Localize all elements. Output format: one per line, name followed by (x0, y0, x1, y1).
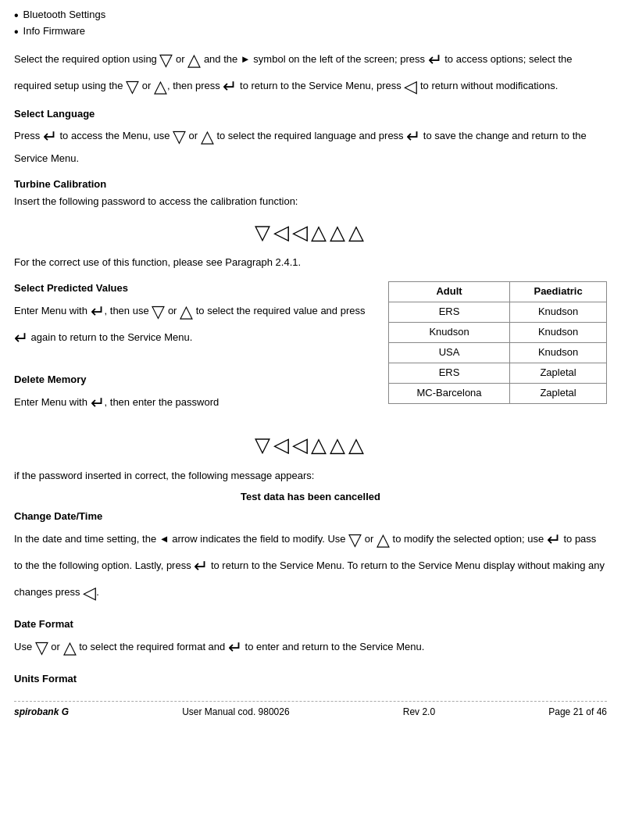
section-title-delete: Delete Memory (14, 373, 376, 388)
section-turbine-calibration: Turbine Calibration Insert the following… (14, 177, 607, 271)
values-table-container: Adult Paediatric ERSKnudsonKnudsonKnudso… (388, 281, 607, 423)
enter-icon-2: ↵ (223, 73, 237, 100)
up-arrow-df: △ (63, 634, 77, 661)
up-arrow-dt: △ (377, 527, 390, 553)
password-symbols-1: ▽◁◁△△△ (14, 218, 607, 248)
table-cell: Zapletal (510, 363, 607, 383)
footer-rev: Rev 2.0 (403, 706, 435, 719)
enter-icon-dt2: ↵ (194, 553, 208, 580)
up-arrow-lang: △ (201, 123, 214, 150)
section-title-language: Select Language (14, 107, 607, 122)
table-cell: ERS (389, 302, 510, 323)
down-arrow-dt: ▽ (348, 527, 362, 553)
section-title-predicted: Select Predicted Values (14, 281, 376, 296)
section-body-datetime: In the date and time setting, the ◄ arro… (14, 527, 607, 606)
section-body-language: Press ↵ to access the Menu, use ▽ or △ t… (14, 123, 607, 166)
down-arrow-df: ▽ (35, 634, 48, 661)
table-cell: Knudson (389, 323, 510, 343)
section-title-dateformat: Date Format (14, 617, 607, 632)
bullet-text-firmware: Info Firmware (23, 24, 85, 39)
enter-icon-pred: ↵ (91, 298, 105, 325)
table-cell: ERS (389, 363, 510, 383)
enter-icon-dt: ↵ (547, 527, 561, 553)
section-title-turbine: Turbine Calibration (14, 177, 607, 192)
section-body-delete-2: if the password inserted in correct, the… (14, 468, 607, 484)
down-arrow-icon: ▽ (159, 47, 173, 73)
table-cell: MC-Barcelona (389, 383, 510, 403)
table-cell: Zapletal (510, 383, 607, 403)
down-arrow-pred: ▽ (152, 298, 165, 325)
left-arrow-icon: ◁ (404, 73, 417, 100)
table-cell: USA (389, 342, 510, 363)
table-cell: Knudson (510, 323, 607, 343)
select-predicted-left: Select Predicted Values Enter Menu with … (14, 281, 376, 423)
bullet-text-bluetooth: Bluetooth Settings (23, 8, 106, 23)
footer-brand: spirobank G (14, 706, 69, 719)
section-title-unitsformat: Units Format (14, 672, 607, 687)
footer-page: Page 21 of 46 (548, 706, 607, 719)
password-symbols-2: ▽◁◁△△△ (14, 431, 607, 460)
enter-icon-lang: ↵ (43, 123, 57, 150)
section-select-language: Select Language Press ↵ to access the Me… (14, 107, 607, 166)
values-table: Adult Paediatric ERSKnudsonKnudsonKnudso… (388, 281, 607, 403)
table-row: MC-BarcelonaZapletal (389, 383, 607, 403)
up-arrow-icon: △ (187, 47, 201, 73)
bullet-dot-2: • (14, 24, 19, 39)
section-body-delete: Enter Menu with ↵, then enter the passwo… (14, 390, 376, 416)
table-header-paediatric: Paediatric (510, 282, 607, 302)
table-cell: Knudson (510, 342, 607, 363)
test-cancel-message: Test data has been cancelled (14, 490, 607, 505)
section-title-datetime: Change Date/Time (14, 509, 607, 524)
footer-manual: User Manual cod. 980026 (182, 706, 289, 719)
section-datetime: Change Date/Time In the date and time se… (14, 509, 607, 606)
section-units-format: Units Format (14, 672, 607, 687)
enter-icon-lang2: ↵ (406, 123, 420, 150)
enter-icon-df: ↵ (228, 634, 242, 661)
section-paragraph2-turbine: For the correct use of this function, pl… (14, 255, 607, 270)
down-arrow-lang: ▽ (173, 123, 186, 150)
table-row: KnudsonKnudson (389, 323, 607, 343)
footer: spirobank G User Manual cod. 980026 Rev … (14, 701, 607, 719)
section-body-predicted: Enter Menu with ↵, then use ▽ or △ to se… (14, 298, 376, 352)
table-header-adult: Adult (389, 282, 510, 302)
bullet-item-bluetooth: • Bluetooth Settings (14, 8, 607, 23)
left-arrow-dt: ◁ (83, 580, 96, 606)
enter-icon: ↵ (428, 47, 442, 73)
table-row: USAKnudson (389, 342, 607, 363)
section-body-dateformat: Use ▽ or △ to select the required format… (14, 634, 607, 661)
enter-icon-pred2: ↵ (14, 325, 28, 352)
table-cell: Knudson (510, 302, 607, 323)
table-row: ERSKnudson (389, 302, 607, 323)
enter-icon-del: ↵ (91, 390, 105, 416)
bullet-item-firmware: • Info Firmware (14, 24, 607, 39)
down-arrow-icon-2: ▽ (126, 73, 139, 100)
bullet-dot: • (14, 8, 19, 23)
up-arrow-icon-2: △ (154, 73, 167, 100)
table-row: ERSZapletal (389, 363, 607, 383)
section-body-turbine: Insert the following password to access … (14, 194, 607, 209)
section-date-format: Date Format Use ▽ or △ to select the req… (14, 617, 607, 661)
bullet-list: • Bluetooth Settings • Info Firmware (14, 8, 607, 39)
intro-paragraph: Select the required option using ▽ or △ … (14, 47, 607, 100)
up-arrow-pred: △ (180, 298, 193, 325)
select-predicted-section: Select Predicted Values Enter Menu with … (14, 281, 607, 423)
